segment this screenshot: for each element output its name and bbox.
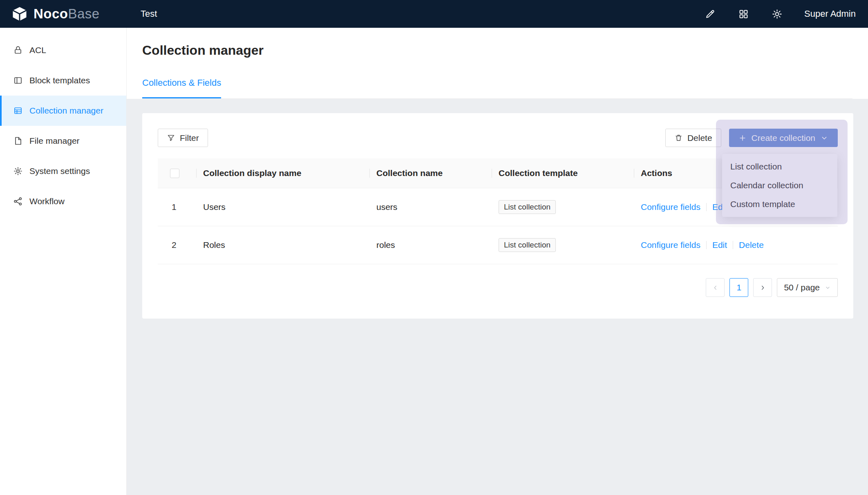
sidebar-item-block-templates[interactable]: Block templates (0, 65, 126, 96)
create-menu-item-custom-template[interactable]: Custom template (722, 195, 837, 214)
page-head: Collection manager Collections & Fields (127, 28, 868, 99)
plus-icon (738, 134, 747, 142)
file-icon (13, 136, 23, 146)
pagination-page-1[interactable]: 1 (729, 278, 748, 297)
template-tag: List collection (499, 200, 556, 214)
table-row: 2 Roles roles List collection Configure … (158, 226, 838, 264)
column-header-display-name: Collection display name (197, 158, 370, 188)
sidebar-item-label: Block templates (29, 76, 90, 85)
top-menu: Test (127, 0, 171, 28)
sidebar-item-label: Collection manager (29, 106, 103, 116)
template-tag: List collection (499, 238, 556, 252)
sidebar-item-collection-manager[interactable]: Collection manager (0, 96, 126, 126)
chevron-left-icon (712, 284, 719, 291)
lock-icon (13, 45, 23, 56)
pagination-prev-button[interactable] (706, 278, 725, 297)
configure-fields-link[interactable]: Configure fields (641, 240, 700, 250)
nocobase-logo[interactable]: NocoBase (0, 5, 127, 22)
page-size-value: 50 / page (784, 283, 820, 292)
sidebar-item-acl[interactable]: ACL (0, 35, 126, 65)
pagination-next-button[interactable] (753, 278, 772, 297)
nocobase-cube-icon (11, 5, 29, 22)
top-menu-item-test[interactable]: Test (127, 0, 171, 28)
block-layout-icon (13, 75, 23, 86)
collections-card: Filter Delete Create collection (142, 113, 853, 319)
cell-display-name: Users (197, 188, 370, 226)
card-toolbar: Filter Delete Create collection (158, 129, 838, 147)
action-divider (733, 241, 733, 249)
column-header-template: Collection template (492, 158, 634, 188)
create-menu-item-list-collection[interactable]: List collection (722, 157, 837, 176)
action-divider (706, 203, 707, 211)
toolbar-right: Delete Create collection (665, 129, 838, 147)
select-all-checkbox[interactable] (170, 169, 179, 178)
tab-collections-fields[interactable]: Collections & Fields (142, 77, 221, 98)
sidebar-item-workflow[interactable]: Workflow (0, 186, 126, 216)
configure-fields-link[interactable]: Configure fields (641, 202, 700, 212)
logo-text-light: Base (68, 6, 100, 21)
delete-button-label: Delete (687, 133, 712, 143)
sidebar: ACL Block templates Collection manager F… (0, 28, 127, 495)
chevron-right-icon (759, 284, 766, 291)
create-collection-button[interactable]: Create collection (729, 129, 838, 147)
user-menu[interactable]: Super Admin (804, 9, 856, 19)
chevron-down-icon (820, 134, 828, 142)
topbar: NocoBase Test Super Admin (0, 0, 868, 28)
sidebar-item-file-manager[interactable]: File manager (0, 126, 126, 156)
gear-icon (13, 166, 23, 176)
row-index: 2 (158, 226, 197, 264)
page-size-select[interactable]: 50 / page (777, 278, 838, 297)
delete-link[interactable]: Delete (739, 240, 764, 250)
sidebar-item-label: Workflow (29, 196, 65, 206)
collection-table-icon (13, 105, 23, 116)
filter-button-label: Filter (180, 133, 199, 143)
topbar-right: Super Admin (704, 8, 868, 20)
settings-gear-icon[interactable] (771, 8, 783, 20)
create-menu-item-calendar-collection[interactable]: Calendar collection (722, 176, 837, 195)
logo-text: NocoBase (34, 6, 100, 22)
sidebar-item-label: System settings (29, 166, 90, 176)
create-collection-label: Create collection (752, 133, 815, 143)
row-index: 1 (158, 188, 197, 226)
sidebar-item-label: File manager (29, 136, 80, 146)
trash-icon (674, 134, 683, 142)
filter-button[interactable]: Filter (158, 129, 208, 147)
content: Filter Delete Create collection (127, 99, 868, 495)
chevron-down-icon (825, 285, 831, 291)
page-title: Collection manager (142, 42, 852, 59)
delete-button[interactable]: Delete (665, 129, 721, 147)
apps-grid-icon[interactable] (737, 8, 749, 20)
column-header-collection-name: Collection name (370, 158, 492, 188)
create-collection-dropdown: List collection Calendar collection Cust… (722, 154, 837, 217)
workflow-icon (13, 196, 23, 207)
body-row: ACL Block templates Collection manager F… (0, 28, 868, 495)
action-divider (706, 241, 707, 249)
tabs: Collections & Fields (142, 77, 852, 99)
filter-icon (167, 134, 175, 142)
app-root: NocoBase Test Super Admin ACL (0, 0, 868, 495)
edit-link[interactable]: Edit (712, 240, 727, 250)
main-area: Collection manager Collections & Fields … (127, 28, 868, 495)
cell-collection-name: users (370, 188, 492, 226)
logo-text-bold: Noco (34, 6, 68, 21)
highlighter-icon[interactable] (704, 8, 716, 20)
sidebar-item-label: ACL (29, 45, 46, 55)
pagination: 1 50 / page (158, 278, 838, 297)
cell-display-name: Roles (197, 226, 370, 264)
cell-collection-name: roles (370, 226, 492, 264)
sidebar-item-system-settings[interactable]: System settings (0, 156, 126, 186)
